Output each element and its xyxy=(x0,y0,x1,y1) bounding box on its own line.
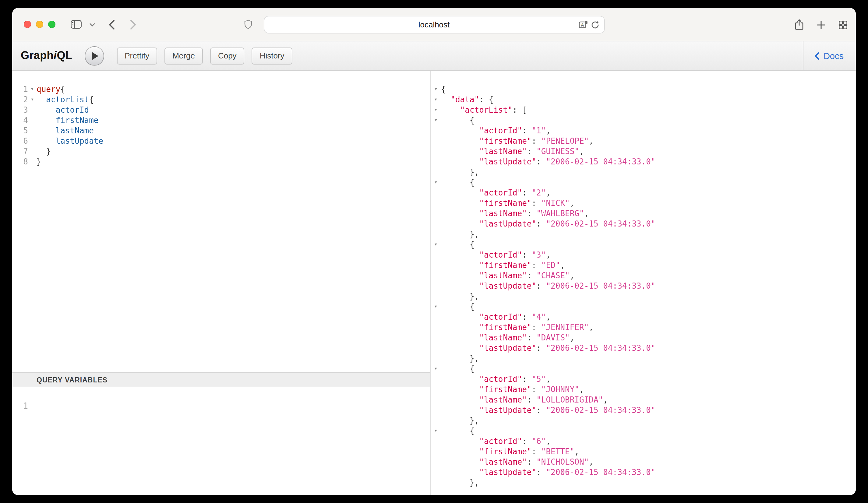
sidebar-icon[interactable] xyxy=(71,20,82,29)
token: "6" xyxy=(531,437,546,446)
token: : xyxy=(522,437,531,446)
token: }, xyxy=(469,478,479,487)
code-text: lastName xyxy=(37,125,94,136)
token xyxy=(441,312,479,322)
result-line: }, xyxy=(431,478,856,488)
token: "WAHLBERG" xyxy=(536,209,584,218)
copy-button[interactable]: Copy xyxy=(210,47,245,64)
token: "2006-02-15 04:34:33.0" xyxy=(546,406,655,415)
execute-button[interactable] xyxy=(84,46,104,65)
token: "2006-02-15 04:34:33.0" xyxy=(546,468,655,477)
token: { xyxy=(441,85,446,94)
new-tab-icon[interactable] xyxy=(817,21,825,29)
token xyxy=(441,116,469,125)
privacy-shield-icon[interactable] xyxy=(244,20,252,29)
fold-toggle[interactable]: ▾ xyxy=(28,94,37,105)
variables-editor[interactable]: 1 xyxy=(12,387,430,495)
fold-toggle[interactable]: ▾ xyxy=(431,302,441,312)
result-line: "actorId": "1", xyxy=(431,125,856,136)
forward-icon[interactable] xyxy=(130,20,136,30)
merge-button[interactable]: Merge xyxy=(164,47,203,64)
token: { xyxy=(60,85,65,94)
token: , xyxy=(584,209,589,218)
token: : xyxy=(531,447,541,456)
result-line: "lastUpdate": "2006-02-15 04:34:33.0" xyxy=(431,467,856,478)
fold-toggle[interactable]: ▾ xyxy=(431,239,441,250)
code-text: "firstName": "ED", xyxy=(441,260,565,270)
token: }, xyxy=(469,230,479,239)
token xyxy=(37,126,56,135)
line-number: 4 xyxy=(12,115,28,125)
fold-gutter xyxy=(431,157,441,167)
fold-gutter xyxy=(431,395,441,405)
query-editor[interactable]: 1▾query{2▾ actorList{3 actorId4 firstNam… xyxy=(12,71,430,372)
result-line: ▾{ xyxy=(431,84,856,94)
token: , xyxy=(546,126,551,135)
result-line: ▾ { xyxy=(431,115,856,125)
token xyxy=(441,188,479,197)
code-text: "actorId": "4", xyxy=(441,312,551,322)
code-text: }, xyxy=(441,167,479,177)
code-text: }, xyxy=(441,415,479,426)
result-line: "lastUpdate": "2006-02-15 04:34:33.0" xyxy=(431,157,856,167)
token: : xyxy=(531,323,541,332)
address-bar[interactable]: localhost A xyxy=(264,16,604,33)
result-viewer[interactable]: ▾{▾ "data": {▾ "actorList": [▾ { "actorI… xyxy=(431,71,856,495)
code-text: } xyxy=(37,157,41,167)
token: "actorId" xyxy=(479,375,522,384)
token: , xyxy=(579,385,584,394)
code-line: 2▾ actorList{ xyxy=(12,94,430,105)
code-text: { xyxy=(441,239,475,250)
fold-toggle[interactable]: ▾ xyxy=(431,84,441,94)
token: : [ xyxy=(513,105,527,115)
close-button[interactable] xyxy=(24,21,31,28)
back-icon[interactable] xyxy=(108,20,115,30)
token: { xyxy=(469,426,475,436)
line-number: 5 xyxy=(12,125,28,136)
share-icon[interactable] xyxy=(795,19,804,30)
token: "lastUpdate" xyxy=(479,468,536,477)
result-line: "firstName": "JOHNNY", xyxy=(431,384,856,395)
fold-toggle[interactable]: ▾ xyxy=(431,364,441,374)
fold-gutter xyxy=(431,219,441,229)
fold-toggle[interactable]: ▾ xyxy=(28,84,37,94)
result-line: }, xyxy=(431,291,856,302)
query-variables-title[interactable]: QUERY VARIABLES xyxy=(12,372,430,387)
fold-toggle[interactable]: ▾ xyxy=(431,115,441,125)
tab-overview-icon[interactable] xyxy=(839,21,847,29)
history-button[interactable]: History xyxy=(252,47,292,64)
result-line: ▾ { xyxy=(431,426,856,436)
token: query xyxy=(37,85,60,94)
token: "2006-02-15 04:34:33.0" xyxy=(546,219,655,228)
chevron-down-icon[interactable] xyxy=(90,23,95,27)
code-text: "lastName": "CHASE", xyxy=(441,270,575,281)
token: : { xyxy=(479,95,493,104)
token: "JENNIFER" xyxy=(541,323,589,332)
prettify-button[interactable]: Prettify xyxy=(117,47,157,64)
reload-icon[interactable] xyxy=(590,17,599,33)
code-text: "actorId": "6", xyxy=(441,436,551,447)
code-text: "data": { xyxy=(441,94,493,105)
minimize-button[interactable] xyxy=(36,21,43,28)
fold-toggle[interactable]: ▾ xyxy=(431,105,441,115)
fold-toggle[interactable]: ▾ xyxy=(431,94,441,105)
line-number: 2 xyxy=(12,94,28,105)
fold-toggle[interactable]: ▾ xyxy=(431,177,441,188)
result-line: "actorId": "2", xyxy=(431,188,856,198)
token xyxy=(441,478,469,487)
token: lastName xyxy=(56,126,94,135)
fold-toggle[interactable]: ▾ xyxy=(431,426,441,436)
code-text: { xyxy=(441,115,475,125)
docs-button[interactable]: Docs xyxy=(803,41,856,70)
token: "2" xyxy=(531,188,546,197)
result-line: "lastUpdate": "2006-02-15 04:34:33.0" xyxy=(431,405,856,415)
zoom-button[interactable] xyxy=(48,21,55,28)
token: , xyxy=(546,250,551,259)
token: "actorList" xyxy=(460,105,513,115)
token xyxy=(441,416,469,425)
token xyxy=(441,344,479,353)
svg-text:A: A xyxy=(580,22,584,28)
line-number: 3 xyxy=(12,105,28,115)
token: "CHASE" xyxy=(536,271,570,280)
translate-icon[interactable]: A xyxy=(578,17,588,33)
